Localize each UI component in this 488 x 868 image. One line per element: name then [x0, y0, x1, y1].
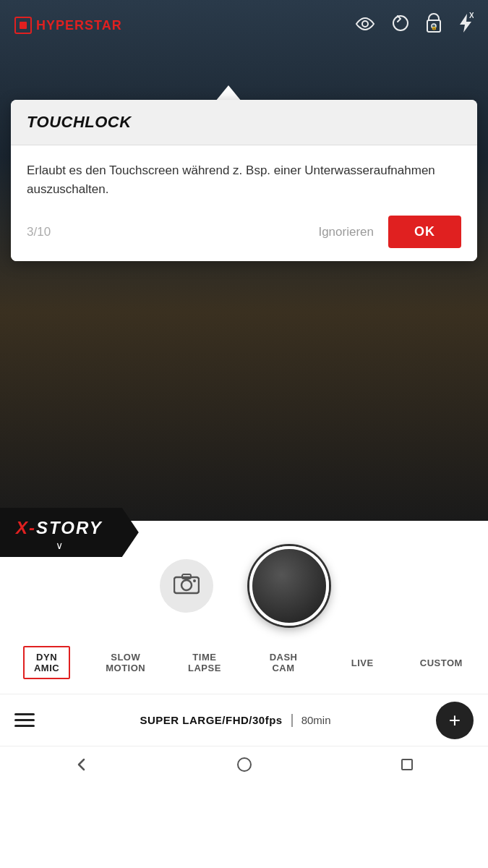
recents-square: [401, 759, 413, 770]
mode-tabs: DYNAMIC SLOWMOTION TIMELAPSE DASHCAM LIV…: [0, 626, 488, 694]
xstory-prefix: X-: [16, 518, 36, 537]
dialog-text: Erlaubt es den Touchscreen während z. Bs…: [27, 161, 461, 198]
dialog-title: TOUCHLOCK: [27, 113, 461, 132]
flash-icon[interactable]: X: [458, 12, 474, 38]
home-nav-button[interactable]: [234, 754, 255, 775]
xstory-bg: X-STORY ∨: [0, 508, 139, 557]
svg-text:🔒: 🔒: [431, 24, 437, 30]
logo-icon: [14, 17, 32, 34]
brand-name: HYPERSTAR: [36, 18, 122, 33]
hamburger-menu[interactable]: [14, 713, 35, 727]
waterlock-icon[interactable]: 🔒: [426, 13, 442, 38]
ignore-button[interactable]: Ignorieren: [318, 225, 374, 239]
bottom-bar: SUPER LARGE/FHD/30fps 80min +: [0, 694, 488, 746]
xstory-label: X-STORY: [16, 518, 103, 538]
camera-icon: [174, 573, 200, 600]
svg-point-6: [181, 580, 192, 590]
logo-inner: [20, 22, 27, 29]
phone-nav: [0, 746, 488, 782]
svg-text:X: X: [469, 12, 474, 20]
hamburger-line-2: [14, 719, 35, 721]
recents-nav-button[interactable]: [396, 754, 418, 775]
mode-tab-live[interactable]: LIVE: [339, 658, 386, 668]
xstory-banner[interactable]: X-STORY ∨: [0, 508, 139, 557]
shutter-button[interactable]: [249, 546, 329, 626]
mode-tab-slowmotion[interactable]: SLOWMOTION: [102, 652, 149, 673]
xstory-chevron: ∨: [56, 540, 63, 551]
svg-point-0: [362, 21, 368, 27]
back-nav-button[interactable]: [71, 754, 93, 775]
svg-point-8: [193, 579, 196, 582]
dialog-counter: 3/10: [27, 225, 318, 239]
mode-label-timelapse: TIMELAPSE: [188, 652, 221, 673]
eye-icon[interactable]: [355, 16, 375, 35]
dialog-header: TOUCHLOCK: [11, 100, 477, 145]
quality-text: SUPER LARGE/FHD/30fps: [140, 714, 282, 726]
top-icons: 🔒 X: [355, 12, 474, 38]
mode-tab-dynamic[interactable]: DYNAMIC: [23, 646, 70, 679]
top-bar: HYPERSTAR 🔒: [0, 0, 488, 51]
hamburger-line-1: [14, 713, 35, 715]
mode-label-custom: CUSTOM: [420, 658, 463, 668]
mode-label-slowmotion: SLOWMOTION: [106, 652, 145, 673]
mode-label-dynamic: DYNAMIC: [34, 652, 59, 673]
dialog-body: Erlaubt es den Touchscreen während z. Bs…: [11, 145, 477, 205]
hamburger-line-3: [14, 725, 35, 727]
home-circle: [237, 757, 252, 772]
quality-time: 80min: [301, 714, 331, 726]
mode-tab-timelapse[interactable]: TIMELAPSE: [181, 652, 228, 673]
refresh-icon[interactable]: [391, 14, 410, 37]
quality-info: SUPER LARGE/FHD/30fps 80min: [140, 714, 330, 727]
ok-button[interactable]: OK: [388, 216, 461, 248]
add-icon: +: [449, 709, 461, 732]
brand-logo: HYPERSTAR: [14, 17, 122, 34]
mode-tab-custom[interactable]: CUSTOM: [418, 658, 465, 668]
add-button[interactable]: +: [436, 702, 474, 739]
mode-label-dashcam: DASHCAM: [270, 652, 298, 673]
touchlock-dialog: TOUCHLOCK Erlaubt es den Touchscreen wäh…: [11, 100, 477, 261]
dialog-footer: 3/10 Ignorieren OK: [11, 205, 477, 261]
mode-label-live: LIVE: [351, 658, 374, 668]
photo-mode-button[interactable]: [160, 559, 213, 613]
bottom-area: DYNAMIC SLOWMOTION TIMELAPSE DASHCAM LIV…: [0, 521, 488, 868]
quality-divider: [291, 714, 293, 727]
mode-tab-dashcam[interactable]: DASHCAM: [260, 652, 307, 673]
